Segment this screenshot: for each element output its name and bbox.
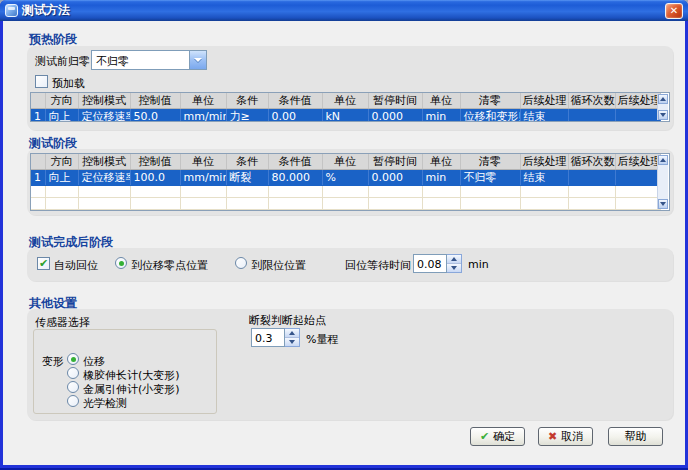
cell: 0.00 (268, 109, 322, 123)
return-to-zero-label: 到位移零点位置 (131, 258, 208, 273)
after-test-panel: ✔ 自动回位 到位移零点位置 到限位位置 回位等待时间 0.08 min (27, 248, 673, 281)
table-row[interactable]: 1 向上 定位移速率 100.0 mm/min 断裂 80.000 % 0.00… (31, 170, 660, 186)
deform-rubber-extensometer-label: 橡胶伸长计(大变形) (83, 368, 180, 383)
spinner-up-icon[interactable] (285, 329, 299, 338)
column-header: 方向 (45, 154, 78, 170)
cell: 断裂 (226, 170, 268, 186)
titlebar[interactable]: 测试方法 ✕ (0, 0, 688, 21)
table-row[interactable] (31, 186, 660, 198)
column-header: 单位 (422, 154, 460, 170)
zero-before-test-combobox[interactable]: 不归零 (91, 50, 207, 70)
cell: 100.0 (130, 170, 180, 186)
preload-checkbox[interactable] (35, 75, 48, 88)
cancel-button[interactable]: ✖ 取消 (538, 427, 593, 446)
cell: 向上 (45, 109, 78, 123)
cell: 位移和变形归零 (460, 109, 520, 123)
chevron-down-icon[interactable] (190, 50, 207, 70)
sensor-select-label: 传感器选择 (35, 315, 90, 330)
cell: 50.0 (130, 109, 180, 123)
ok-button[interactable]: ✔ 确定 (470, 427, 525, 446)
help-button-label: 帮助 (625, 429, 647, 444)
deform-optical-label: 光学检测 (83, 396, 127, 411)
preload-label: 预加载 (52, 76, 85, 91)
column-header (31, 154, 45, 170)
grid-header-row: 方向 控制模式 控制值 单位 条件 条件值 单位 暂停时间 单位 清零 后续处理… (31, 154, 660, 170)
break-judge-label: 断裂判断起始点 (249, 313, 326, 328)
wait-time-input[interactable]: 0.08 (413, 254, 447, 273)
column-header: 单位 (180, 93, 226, 109)
column-header: 控制值 (130, 93, 180, 109)
cell: min (422, 170, 460, 186)
cell: 力≥ (226, 109, 268, 123)
column-header: 清零 (460, 93, 520, 109)
scroll-down-icon[interactable] (658, 199, 668, 209)
cancel-button-label: 取消 (561, 429, 583, 444)
column-header: 条件 (226, 154, 268, 170)
column-header: 清零 (460, 154, 520, 170)
cell: % (322, 170, 368, 186)
combobox-value: 不归零 (91, 50, 190, 70)
column-header (31, 93, 45, 109)
cell: 1 (31, 170, 45, 186)
column-header: 条件值 (268, 93, 322, 109)
column-header: 后续处理 (520, 93, 568, 109)
wait-time-label: 回位等待时间 (345, 258, 411, 273)
column-header: 循环次数 (568, 93, 615, 109)
cell: 1 (31, 109, 45, 123)
test-panel: 方向 控制模式 控制值 单位 条件 条件值 单位 暂停时间 单位 清零 后续处理… (27, 149, 673, 215)
auto-return-label: 自动回位 (54, 258, 98, 273)
spinner-down-icon[interactable] (447, 264, 461, 272)
scroll-down-icon[interactable] (658, 110, 668, 120)
preheat-panel: 测试前归零 不归零 预加载 方向 (27, 46, 673, 130)
scroll-up-icon[interactable] (658, 155, 668, 165)
column-header: 后续处理 (615, 93, 660, 109)
cell: 定位移速率 (78, 109, 130, 123)
column-header: 后续处理 (520, 154, 568, 170)
cell: 0.000 (368, 170, 422, 186)
deform-displacement-radio[interactable] (67, 353, 79, 365)
dialog-test-method: 测试方法 ✕ 预热阶段 测试前归零 不归零 预加载 (0, 0, 688, 470)
break-judge-input[interactable]: 0.3 (251, 328, 285, 347)
close-button[interactable]: ✕ (665, 3, 683, 19)
spinner-up-icon[interactable] (447, 255, 461, 264)
deform-label: 变形 (42, 354, 64, 369)
test-grid: 方向 控制模式 控制值 单位 条件 条件值 单位 暂停时间 单位 清零 后续处理… (30, 153, 670, 211)
cell: mm/min (180, 170, 226, 186)
column-header: 单位 (180, 154, 226, 170)
deform-optical-radio[interactable] (67, 395, 79, 407)
column-header: 控制模式 (78, 154, 130, 170)
help-button[interactable]: 帮助 (608, 427, 663, 446)
ok-button-label: 确定 (493, 429, 515, 444)
return-to-limit-radio[interactable] (235, 257, 247, 269)
cell: 向上 (45, 170, 78, 186)
wait-time-spinner: 0.08 (413, 254, 462, 273)
return-to-zero-radio[interactable] (115, 257, 127, 269)
table-row[interactable] (31, 210, 660, 212)
check-icon: ✔ (480, 430, 489, 443)
cell: 结束 (520, 109, 568, 123)
break-judge-spinner: 0.3 (251, 328, 300, 347)
x-icon: ✖ (548, 430, 557, 443)
table-row[interactable] (31, 198, 660, 210)
preheat-grid: 方向 控制模式 控制值 单位 条件 条件值 单位 暂停时间 单位 清零 后续处理… (30, 92, 670, 122)
vertical-scrollbar[interactable] (657, 94, 668, 120)
auto-return-checkbox[interactable]: ✔ (37, 257, 50, 270)
deform-metal-extensometer-radio[interactable] (67, 381, 79, 393)
column-header: 后续处理 (615, 154, 660, 170)
dialog-body: 预热阶段 测试前归零 不归零 预加载 (3, 21, 685, 465)
scroll-up-icon[interactable] (658, 94, 668, 104)
other-settings-panel: 传感器选择 变形 位移 橡胶伸长计(大变形) 金属引伸计(小变形) 光学检测 断… (27, 309, 673, 420)
deform-rubber-extensometer-radio[interactable] (67, 367, 79, 379)
cell (568, 170, 615, 186)
app-icon (5, 4, 18, 17)
cell: mm/min (180, 109, 226, 123)
column-header: 单位 (322, 154, 368, 170)
table-row[interactable]: 1 向上 定位移速率 50.0 mm/min 力≥ 0.00 kN 0.000 … (31, 109, 660, 123)
spinner-down-icon[interactable] (285, 338, 299, 346)
cell: 结束 (520, 170, 568, 186)
vertical-scrollbar[interactable] (657, 155, 668, 209)
column-header: 条件 (226, 93, 268, 109)
column-header: 控制值 (130, 154, 180, 170)
wait-time-unit: min (468, 258, 489, 271)
check-icon: ✔ (39, 258, 48, 269)
